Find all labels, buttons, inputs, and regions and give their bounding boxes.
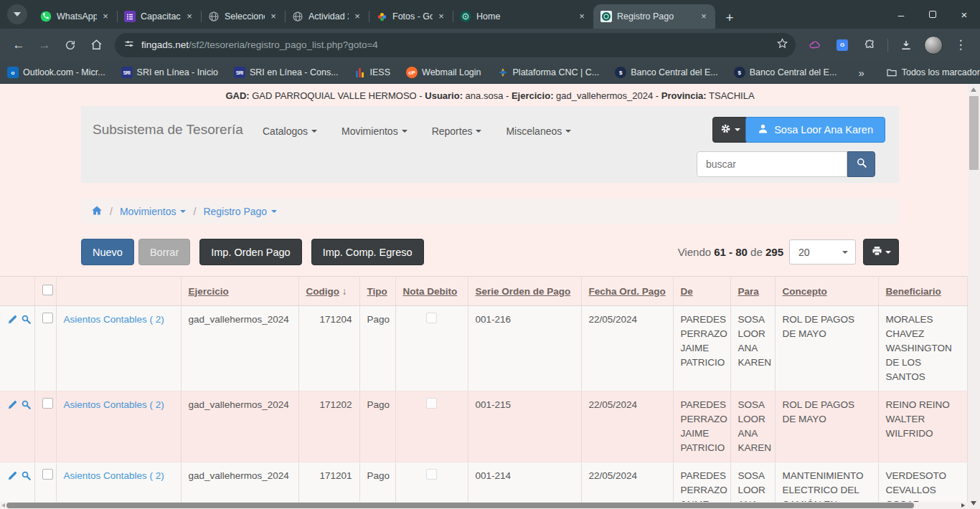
back-button[interactable]: ← — [7, 34, 30, 57]
header-beneficiario[interactable]: Beneficiario — [878, 277, 968, 306]
google-forms-icon — [124, 11, 136, 22]
asientos-contables-link[interactable]: Asientos Contables ( 2) — [64, 314, 164, 325]
tab-search-button[interactable] — [7, 4, 27, 24]
globe-icon — [292, 11, 303, 22]
breadcrumb-registro-pago[interactable]: Registro Pago — [203, 206, 277, 217]
edit-pencil-icon[interactable] — [7, 314, 18, 329]
header-codigo[interactable]: Codigo ↓ — [298, 277, 359, 306]
home-button[interactable] — [85, 34, 108, 57]
toolbar-divider — [887, 39, 888, 52]
address-bar[interactable]: fingads.net/sf2/tesoreria/registro_pago_… — [115, 33, 796, 57]
bookmark-cnc[interactable]: Plataforma CNC | C... — [497, 67, 600, 78]
bookmarks-overflow-button[interactable]: » — [852, 67, 870, 79]
header-concepto[interactable]: Concepto — [775, 277, 878, 306]
scroll-up-icon[interactable] — [971, 87, 976, 92]
bookmark-banco-central-2[interactable]: $Banco Central del E... — [734, 67, 837, 78]
tab-seleccione[interactable]: Seleccione Activ × — [201, 4, 285, 29]
view-magnifier-icon[interactable] — [21, 399, 32, 414]
search-button[interactable] — [847, 151, 875, 177]
asientos-contables-link[interactable]: Asientos Contables ( 2) — [64, 470, 164, 481]
close-button[interactable]: × — [948, 0, 980, 29]
cell-tipo: Pago — [359, 391, 395, 462]
tab-close-icon[interactable]: × — [698, 11, 710, 22]
profile-avatar[interactable] — [922, 34, 945, 57]
asientos-contables-link[interactable]: Asientos Contables ( 2) — [64, 399, 164, 410]
scroll-down-icon[interactable] — [971, 501, 976, 505]
page-content: GAD: GAD PARROQUIAL VALLE HERMOSO - Usua… — [0, 84, 980, 509]
menu-reportes[interactable]: Reportes — [432, 125, 482, 137]
maximize-button[interactable] — [917, 0, 948, 29]
tab-registro-pago[interactable]: Registro Pago × — [593, 4, 715, 29]
tab-home[interactable]: Home × — [453, 4, 593, 29]
menu-miscelaneos[interactable]: Miscelaneos — [506, 125, 571, 137]
paging-range: 61 - 80 — [714, 246, 748, 258]
breadcrumb-movimientos[interactable]: Movimientos — [120, 206, 187, 217]
bookmark-iess[interactable]: IESS — [354, 67, 391, 78]
tab-close-icon[interactable]: × — [576, 11, 588, 22]
horizontal-scrollbar[interactable] — [0, 502, 968, 509]
header-para[interactable]: Para — [730, 277, 775, 306]
user-button[interactable]: Sosa Loor Ana Karen — [745, 117, 885, 143]
tab-actividad[interactable]: Actividad 2024-0 × — [285, 4, 369, 29]
new-button[interactable]: Nuevo — [81, 239, 134, 265]
print-receipt-button[interactable]: Imp. Comp. Egreso — [311, 239, 424, 265]
view-magnifier-icon[interactable] — [21, 314, 32, 329]
horizontal-scrollbar-thumb[interactable] — [6, 503, 914, 508]
scroll-right-icon[interactable] — [961, 503, 965, 508]
scroll-left-icon[interactable] — [1, 503, 5, 508]
search-icon — [856, 157, 867, 171]
downloads-icon[interactable] — [895, 34, 918, 57]
weather-extension-icon[interactable] — [804, 34, 826, 57]
tab-whatsapp[interactable]: WhatsApp × — [33, 4, 117, 29]
row-checkbox[interactable] — [42, 313, 53, 323]
tab-close-icon[interactable]: × — [268, 11, 279, 22]
tab-close-icon[interactable]: × — [184, 11, 195, 22]
bookmark-sri-consultas[interactable]: SRISRI en Línea - Cons... — [234, 67, 339, 78]
page-size-select[interactable]: 20 — [789, 239, 856, 265]
header-nota-debito[interactable]: Nota Debito — [395, 277, 468, 306]
new-tab-button[interactable]: + — [720, 9, 740, 29]
edit-pencil-icon[interactable] — [7, 470, 18, 485]
tab-close-icon[interactable]: × — [100, 11, 111, 22]
home-breadcrumb-icon[interactable] — [91, 205, 103, 218]
tab-strip: WhatsApp × Capacitación so × Seleccione … — [0, 0, 980, 29]
extensions-puzzle-icon[interactable] — [858, 34, 881, 57]
select-all-checkbox[interactable] — [42, 285, 53, 295]
header-serie[interactable]: Serie Orden de Pago — [468, 277, 581, 306]
bookmark-banco-central-1[interactable]: $Banco Central del E... — [615, 67, 718, 78]
header-de[interactable]: De — [673, 277, 730, 306]
edit-pencil-icon[interactable] — [7, 399, 18, 414]
site-settings-icon[interactable] — [123, 38, 135, 52]
chrome-menu-icon[interactable]: ⋮ — [949, 34, 972, 57]
bookmark-star-icon[interactable] — [776, 37, 788, 52]
tab-capacitacion[interactable]: Capacitación so × — [117, 4, 201, 29]
row-checkbox[interactable] — [42, 398, 53, 409]
header-fecha[interactable]: Fecha Ord. Pago — [581, 277, 673, 306]
forward-button[interactable]: → — [33, 34, 56, 57]
vertical-scrollbar[interactable] — [968, 84, 980, 509]
header-ejercicio[interactable]: Ejercicio — [181, 277, 298, 306]
print-order-button[interactable]: Imp. Orden Pago — [199, 239, 301, 265]
tab-close-icon[interactable]: × — [435, 11, 447, 22]
action-toolbar: Nuevo Borrar Imp. Orden Pago Imp. Comp. … — [81, 239, 899, 265]
bookmark-webmail[interactable]: cPWebmail Login — [406, 67, 481, 78]
menu-catalogos[interactable]: Catalogos — [263, 125, 317, 137]
menu-movimientos[interactable]: Movimientos — [341, 125, 407, 137]
tab-close-icon[interactable]: × — [352, 11, 363, 22]
bookmark-sri-inicio[interactable]: SRISRI en Línea - Inicio — [121, 67, 218, 78]
bookmark-outlook[interactable]: oOutlook.com - Micr... — [7, 67, 105, 78]
settings-button[interactable] — [712, 117, 748, 143]
view-magnifier-icon[interactable] — [21, 470, 32, 485]
minimize-button[interactable]: – — [885, 0, 917, 29]
search-input[interactable] — [697, 151, 847, 177]
header-tipo[interactable]: Tipo — [359, 277, 395, 306]
reload-button[interactable] — [59, 34, 82, 57]
chevron-down-icon — [476, 130, 481, 133]
row-checkbox[interactable] — [42, 469, 53, 480]
delete-button[interactable]: Borrar — [138, 239, 190, 265]
print-menu-button[interactable] — [863, 239, 899, 265]
tab-fotos[interactable]: Fotos - Google F × — [369, 4, 453, 29]
vertical-scrollbar-thumb[interactable] — [969, 96, 979, 170]
all-bookmarks-button[interactable]: Todos los marcadores — [886, 67, 980, 78]
translate-icon[interactable]: G — [831, 34, 854, 57]
